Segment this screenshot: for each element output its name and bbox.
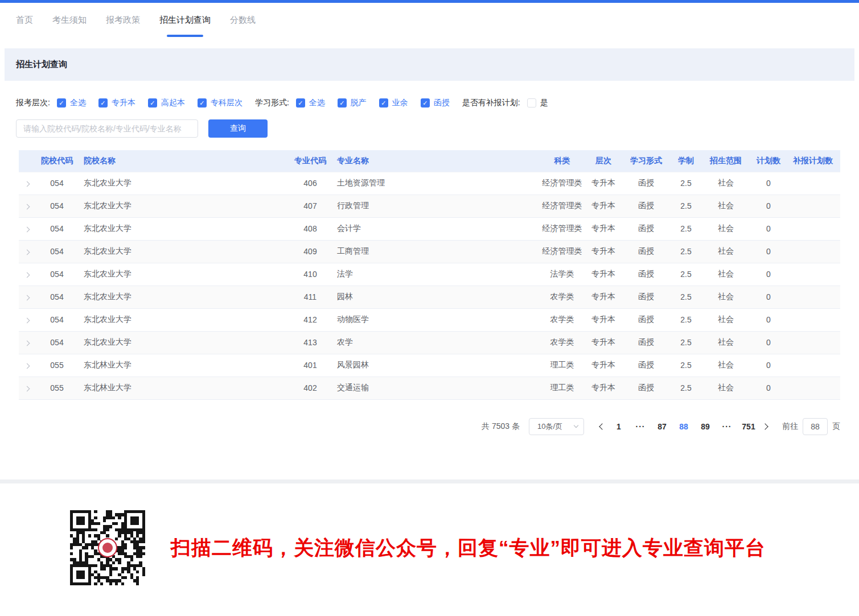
cell-plan_count: 0 bbox=[751, 195, 786, 217]
nav-tab-label: 考生须知 bbox=[52, 15, 87, 26]
cell-level: 专升本 bbox=[586, 240, 620, 263]
search-input[interactable] bbox=[16, 119, 198, 138]
panel-body: 报考层次:✓全选✓专升本✓高起本✓专科层次学习形式:✓全选✓脱产✓业余✓函授是否… bbox=[5, 98, 854, 435]
query-panel: 招生计划查询 报考层次:✓全选✓专升本✓高起本✓专科层次学习形式:✓全选✓脱产✓… bbox=[5, 48, 854, 479]
page-ellipsis[interactable]: ··· bbox=[632, 419, 648, 435]
prev-page-button[interactable] bbox=[597, 424, 608, 429]
cell-supplement_count bbox=[786, 286, 840, 308]
table-row: 054东北农业大学411园林农学类专升本函授2.5社会0 bbox=[19, 286, 840, 308]
filter-checkbox[interactable]: ✓函授 bbox=[421, 98, 450, 108]
cell-duration: 2.5 bbox=[672, 172, 700, 195]
cell-plan_count: 0 bbox=[751, 240, 786, 263]
pagination-total: 共 7503 条 bbox=[482, 421, 520, 432]
cell-category: 理工类 bbox=[538, 377, 586, 399]
cell-major_code: 409 bbox=[288, 240, 332, 263]
filter-checkbox[interactable]: ✓业余 bbox=[379, 98, 408, 108]
page-number[interactable]: 1 bbox=[611, 419, 627, 435]
cell-school_name: 东北农业大学 bbox=[79, 331, 288, 354]
cell-school_code: 054 bbox=[35, 217, 79, 240]
expand-row-icon[interactable] bbox=[24, 318, 30, 324]
cell-scope: 社会 bbox=[700, 331, 751, 354]
nav-tab[interactable]: 报考政策 bbox=[106, 3, 140, 37]
expand-row-icon[interactable] bbox=[24, 363, 30, 369]
cell-study_form: 函授 bbox=[620, 263, 672, 286]
cell-scope: 社会 bbox=[700, 217, 751, 240]
filter-checkbox[interactable]: 是 bbox=[527, 98, 548, 108]
page-ellipsis[interactable]: ··· bbox=[719, 419, 735, 435]
column-header: 层次 bbox=[586, 150, 620, 172]
cell-scope: 社会 bbox=[700, 240, 751, 263]
filter-group-label: 报考层次: bbox=[16, 98, 50, 108]
cell-study_form: 函授 bbox=[620, 240, 672, 263]
checkbox-label: 全选 bbox=[70, 98, 86, 108]
cell-duration: 2.5 bbox=[672, 195, 700, 217]
page-number[interactable]: 87 bbox=[654, 419, 670, 435]
page-number[interactable]: 89 bbox=[697, 419, 713, 435]
nav-tab[interactable]: 首页 bbox=[16, 3, 33, 37]
nav-tab[interactable]: 考生须知 bbox=[52, 3, 87, 37]
cell-category: 理工类 bbox=[538, 354, 586, 377]
cell-major_code: 410 bbox=[288, 263, 332, 286]
cell-level: 专升本 bbox=[586, 286, 620, 308]
page-number[interactable]: 751 bbox=[741, 419, 757, 435]
cell-major_code: 408 bbox=[288, 217, 332, 240]
filter-checkbox[interactable]: ✓全选 bbox=[296, 98, 325, 108]
expand-row-icon[interactable] bbox=[24, 295, 30, 301]
expand-row-icon[interactable] bbox=[24, 386, 30, 392]
filter-checkbox[interactable]: ✓专升本 bbox=[98, 98, 135, 108]
nav-tab-label: 招生计划查询 bbox=[159, 15, 211, 26]
cell-school_code: 055 bbox=[35, 377, 79, 399]
cell-level: 专升本 bbox=[586, 195, 620, 217]
plans-table: 院校代码院校名称专业代码专业名称科类层次学习形式学制招生范围计划数补报计划数 0… bbox=[19, 150, 840, 400]
cell-category: 经济管理类 bbox=[538, 195, 586, 217]
expand-cell bbox=[19, 286, 35, 308]
cell-school_name: 东北农业大学 bbox=[79, 195, 288, 217]
cell-scope: 社会 bbox=[700, 308, 751, 331]
checkbox-label: 业余 bbox=[392, 98, 408, 108]
nav-tab[interactable]: 分数线 bbox=[230, 3, 256, 37]
cell-school_code: 055 bbox=[35, 354, 79, 377]
cell-scope: 社会 bbox=[700, 354, 751, 377]
column-header: 专业代码 bbox=[288, 150, 332, 172]
cell-major_name: 交通运输 bbox=[332, 377, 538, 399]
expand-row-icon[interactable] bbox=[24, 272, 30, 278]
search-row: 查询 bbox=[16, 119, 840, 138]
goto-page-input[interactable] bbox=[803, 418, 828, 435]
page-number[interactable]: 88 bbox=[676, 419, 692, 435]
expand-cell bbox=[19, 172, 35, 195]
cell-school_name: 东北农业大学 bbox=[79, 263, 288, 286]
cell-school_name: 东北林业大学 bbox=[79, 354, 288, 377]
table-row: 054东北农业大学412动物医学农学类专升本函授2.5社会0 bbox=[19, 308, 840, 331]
cell-duration: 2.5 bbox=[672, 286, 700, 308]
page-title: 招生计划查询 bbox=[16, 59, 67, 70]
next-page-button[interactable] bbox=[759, 424, 771, 429]
checkbox-icon: ✓ bbox=[98, 98, 108, 108]
expand-row-icon[interactable] bbox=[24, 181, 30, 187]
cell-duration: 2.5 bbox=[672, 263, 700, 286]
cell-scope: 社会 bbox=[700, 263, 751, 286]
cell-supplement_count bbox=[786, 331, 840, 354]
cell-supplement_count bbox=[786, 172, 840, 195]
cell-category: 经济管理类 bbox=[538, 240, 586, 263]
expand-row-icon[interactable] bbox=[24, 341, 30, 346]
checkbox-label: 全选 bbox=[309, 98, 325, 108]
nav-tabs: 首页考生须知报考政策招生计划查询分数线 bbox=[0, 3, 859, 37]
checkbox-label: 高起本 bbox=[161, 98, 185, 108]
page-size-select[interactable]: 10条/页 bbox=[529, 418, 584, 435]
table-body: 054东北农业大学406土地资源管理经济管理类专升本函授2.5社会0054东北农… bbox=[19, 172, 840, 399]
table-row: 054东北农业大学406土地资源管理经济管理类专升本函授2.5社会0 bbox=[19, 172, 840, 195]
cell-plan_count: 0 bbox=[751, 286, 786, 308]
filter-checkbox[interactable]: ✓专科层次 bbox=[198, 98, 243, 108]
filter-checkbox[interactable]: ✓全选 bbox=[57, 98, 86, 108]
expand-row-icon[interactable] bbox=[24, 227, 30, 233]
checkbox-label: 是 bbox=[540, 98, 548, 108]
nav-tab[interactable]: 招生计划查询 bbox=[159, 3, 211, 37]
filter-checkbox[interactable]: ✓高起本 bbox=[148, 98, 185, 108]
checkbox-icon: ✓ bbox=[421, 98, 430, 108]
cell-school_code: 054 bbox=[35, 308, 79, 331]
search-button[interactable]: 查询 bbox=[208, 119, 268, 138]
filter-checkbox[interactable]: ✓脱产 bbox=[338, 98, 367, 108]
expand-row-icon[interactable] bbox=[24, 204, 30, 210]
expand-row-icon[interactable] bbox=[24, 250, 30, 255]
cell-supplement_count bbox=[786, 354, 840, 377]
